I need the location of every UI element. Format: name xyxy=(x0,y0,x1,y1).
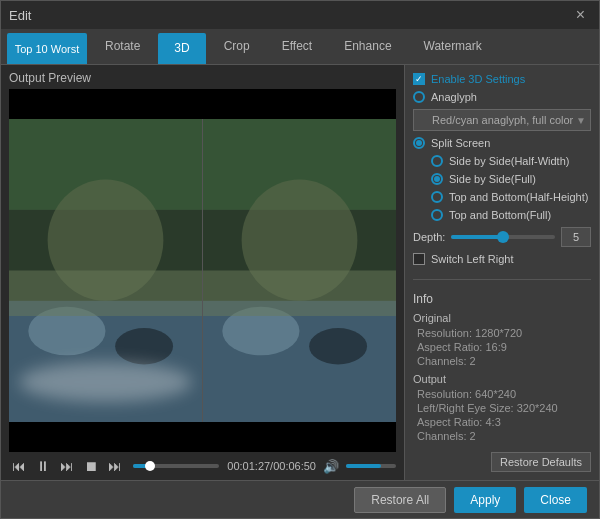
split-screen-radio[interactable] xyxy=(413,137,425,149)
svg-rect-6 xyxy=(9,271,202,316)
top-bottom-full-row: Top and Bottom(Full) xyxy=(413,209,591,221)
info-section: Info Original Resolution: 1280*720 Aspec… xyxy=(413,292,591,444)
side-full-radio[interactable] xyxy=(431,173,443,185)
top-full-label: Top and Bottom(Full) xyxy=(449,209,551,221)
main-content: Output Preview xyxy=(1,65,599,480)
right-panel: Enable 3D Settings Anaglyph Red/cyan ana… xyxy=(404,65,599,480)
output-aspect: Aspect Ratio: 4:3 xyxy=(413,416,591,428)
top-half-label: Top and Bottom(Half-Height) xyxy=(449,191,588,203)
play-btn[interactable]: ⏸ xyxy=(33,456,53,476)
time-display: 00:01:27/00:06:50 xyxy=(227,460,316,472)
tab-3d[interactable]: 3D xyxy=(158,33,205,64)
divider-1 xyxy=(413,279,591,280)
dropdown-arrow-icon: ▼ xyxy=(576,115,586,126)
output-channels: Channels: 2 xyxy=(413,430,591,442)
anaglyph-value: Red/cyan anaglyph, full color xyxy=(432,114,573,126)
restore-defaults-button[interactable]: Restore Defaults xyxy=(491,452,591,472)
side-half-radio[interactable] xyxy=(431,155,443,167)
thumbnail-label: Top 10 Worst xyxy=(15,43,80,55)
top-half-radio[interactable] xyxy=(431,191,443,203)
tab-rotate[interactable]: Rotate xyxy=(89,29,156,64)
side-half-label: Side by Side(Half-Width) xyxy=(449,155,569,167)
enable-3d-checkbox[interactable] xyxy=(413,73,425,85)
slider-thumb xyxy=(497,231,509,243)
anaglyph-label: Anaglyph xyxy=(431,91,477,103)
output-subtitle: Output xyxy=(413,373,591,385)
enable-3d-label: Enable 3D Settings xyxy=(431,73,525,85)
video-half-right xyxy=(202,119,396,422)
svg-rect-13 xyxy=(203,271,396,316)
depth-row: Depth: 5 xyxy=(413,227,591,247)
preview-panel: Output Preview xyxy=(1,65,404,480)
tab-effect[interactable]: Effect xyxy=(266,29,328,64)
apply-button[interactable]: Apply xyxy=(454,487,516,513)
video-half-left xyxy=(9,119,202,422)
original-subtitle: Original xyxy=(413,312,591,324)
side-by-side-half-row: Side by Side(Half-Width) xyxy=(413,155,591,167)
close-button[interactable]: Close xyxy=(524,487,587,513)
tab-crop[interactable]: Crop xyxy=(208,29,266,64)
volume-bar[interactable] xyxy=(346,464,396,468)
original-aspect: Aspect Ratio: 16:9 xyxy=(413,341,591,353)
tab-thumbnail[interactable]: Top 10 Worst xyxy=(7,33,87,64)
video-area xyxy=(9,89,396,452)
depth-value[interactable]: 5 xyxy=(561,227,591,247)
original-resolution: Resolution: 1280*720 xyxy=(413,327,591,339)
preview-label: Output Preview xyxy=(1,65,404,89)
tab-watermark[interactable]: Watermark xyxy=(408,29,498,64)
info-title: Info xyxy=(413,292,591,306)
output-eye-size: Left/Right Eye Size: 320*240 xyxy=(413,402,591,414)
video-controls: ⏮ ⏸ ⏭ ⏹ ⏭ 00:01:27/00:06:50 🔊 xyxy=(1,452,404,480)
anaglyph-radio[interactable] xyxy=(413,91,425,103)
prev-btn[interactable]: ⏮ xyxy=(9,456,29,476)
stop-btn[interactable]: ⏹ xyxy=(81,456,101,476)
video-split xyxy=(9,119,396,422)
volume-icon[interactable]: 🔊 xyxy=(320,457,342,476)
video-right-svg xyxy=(203,119,396,422)
progress-thumb xyxy=(145,461,155,471)
end-btn[interactable]: ⏭ xyxy=(105,456,125,476)
side-full-label: Side by Side(Full) xyxy=(449,173,536,185)
original-channels: Channels: 2 xyxy=(413,355,591,367)
switch-lr-label: Switch Left Right xyxy=(431,253,514,265)
edit-window: Edit × Top 10 Worst Rotate 3D Crop Effec… xyxy=(0,0,600,519)
window-title: Edit xyxy=(9,8,570,23)
output-resolution: Resolution: 640*240 xyxy=(413,388,591,400)
top-full-radio[interactable] xyxy=(431,209,443,221)
close-icon[interactable]: × xyxy=(570,4,591,26)
split-screen-label: Split Screen xyxy=(431,137,490,149)
bottom-bar: Restore All Apply Close xyxy=(1,480,599,518)
side-by-side-full-row: Side by Side(Full) xyxy=(413,173,591,185)
depth-slider[interactable] xyxy=(451,230,555,244)
tabbar: Top 10 Worst Rotate 3D Crop Effect Enhan… xyxy=(1,29,599,65)
svg-point-5 xyxy=(115,328,173,364)
enable-3d-row: Enable 3D Settings xyxy=(413,73,591,85)
anaglyph-dropdown[interactable]: Red/cyan anaglyph, full color ▼ xyxy=(413,109,591,131)
svg-point-12 xyxy=(309,328,367,364)
depth-label: Depth: xyxy=(413,231,445,243)
video-black-bottom xyxy=(9,422,396,452)
video-left-svg xyxy=(9,119,202,422)
anaglyph-row: Anaglyph xyxy=(413,91,591,103)
switch-lr-checkbox[interactable] xyxy=(413,253,425,265)
next-btn[interactable]: ⏭ xyxy=(57,456,77,476)
tab-enhance[interactable]: Enhance xyxy=(328,29,407,64)
video-image xyxy=(9,119,396,422)
restore-all-button[interactable]: Restore All xyxy=(354,487,446,513)
video-black-top xyxy=(9,89,396,119)
slider-fill xyxy=(451,235,503,239)
split-screen-row: Split Screen xyxy=(413,137,591,149)
slider-track xyxy=(451,235,555,239)
progress-bar[interactable] xyxy=(133,464,219,468)
top-bottom-half-row: Top and Bottom(Half-Height) xyxy=(413,191,591,203)
titlebar: Edit × xyxy=(1,1,599,29)
volume-fill xyxy=(346,464,381,468)
switch-lr-row: Switch Left Right xyxy=(413,253,591,265)
